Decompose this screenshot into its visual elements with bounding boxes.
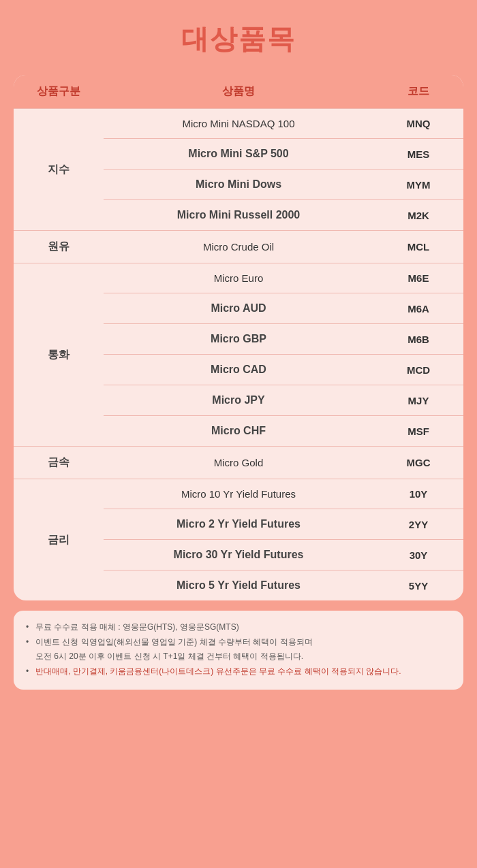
footnote-item: 이벤트 신청 익영업일(해외선물 영업일 기준) 체결 수량부터 혜택이 적용되… [26, 635, 451, 663]
product-code-cell: MYM [373, 170, 463, 200]
table-row: 금속Micro GoldMGC [14, 447, 463, 479]
product-name-cell: Micro 30 Yr Yield Futures [104, 540, 373, 570]
product-code-cell: 5YY [373, 570, 463, 601]
footnotes-section: 무료 수수료 적용 매체 : 영웅문G(HTS), 영웅문SG(MTS)이벤트 … [14, 611, 463, 690]
table-row: 금리Micro 10 Yr Yield Futures10Y [14, 479, 463, 509]
product-name-cell: Micro Mini S&P 500 [104, 139, 373, 170]
product-code-cell: MGC [373, 447, 463, 479]
col-header-category: 상품구분 [14, 75, 104, 109]
category-cell: 금속 [14, 447, 104, 479]
product-code-cell: 2YY [373, 509, 463, 540]
product-table: 상품구분 상품명 코드 지수Micro Mini NASDAQ 100MNQMi… [14, 75, 463, 600]
product-name-cell: Micro CHF [104, 416, 373, 447]
product-name-cell: Micro Gold [104, 447, 373, 479]
product-code-cell: MJY [373, 385, 463, 416]
footnote-item: 반대매매, 만기결제, 키움금융센터(나이트데스크) 유선주문은 무료 수수료 … [26, 664, 451, 678]
product-name-cell: Micro AUD [104, 293, 373, 324]
product-code-cell: M6B [373, 324, 463, 355]
product-code-cell: MCD [373, 355, 463, 385]
product-name-cell: Micro JPY [104, 385, 373, 416]
product-name-cell: Micro Mini Dows [104, 170, 373, 200]
product-name-cell: Micro Crude Oil [104, 231, 373, 263]
product-code-cell: M6E [373, 263, 463, 293]
category-cell: 지수 [14, 109, 104, 231]
product-code-cell: 30Y [373, 540, 463, 570]
product-code-cell: M2K [373, 200, 463, 231]
category-cell: 통화 [14, 263, 104, 447]
product-table-card: 상품구분 상품명 코드 지수Micro Mini NASDAQ 100MNQMi… [14, 75, 463, 600]
product-name-cell: Micro Mini Russell 2000 [104, 200, 373, 231]
product-code-cell: MCL [373, 231, 463, 263]
category-cell: 금리 [14, 479, 104, 601]
product-code-cell: M6A [373, 293, 463, 324]
category-cell: 원유 [14, 231, 104, 263]
product-name-cell: Micro Mini NASDAQ 100 [104, 109, 373, 139]
table-row: 통화Micro EuroM6E [14, 263, 463, 293]
page-title: 대상품목 [181, 20, 296, 58]
footnote-item: 무료 수수료 적용 매체 : 영웅문G(HTS), 영웅문SG(MTS) [26, 620, 451, 634]
product-name-cell: Micro GBP [104, 324, 373, 355]
product-name-cell: Micro 10 Yr Yield Futures [104, 479, 373, 509]
table-row: 원유Micro Crude OilMCL [14, 231, 463, 263]
product-name-cell: Micro 2 Yr Yield Futures [104, 509, 373, 540]
product-name-cell: Micro CAD [104, 355, 373, 385]
table-row: 지수Micro Mini NASDAQ 100MNQ [14, 109, 463, 139]
product-code-cell: MES [373, 139, 463, 170]
product-code-cell: MSF [373, 416, 463, 447]
table-header-row: 상품구분 상품명 코드 [14, 75, 463, 109]
col-header-code: 코드 [373, 75, 463, 109]
col-header-name: 상품명 [104, 75, 373, 109]
product-name-cell: Micro 5 Yr Yield Futures [104, 570, 373, 601]
product-code-cell: 10Y [373, 479, 463, 509]
product-code-cell: MNQ [373, 109, 463, 139]
product-name-cell: Micro Euro [104, 263, 373, 293]
